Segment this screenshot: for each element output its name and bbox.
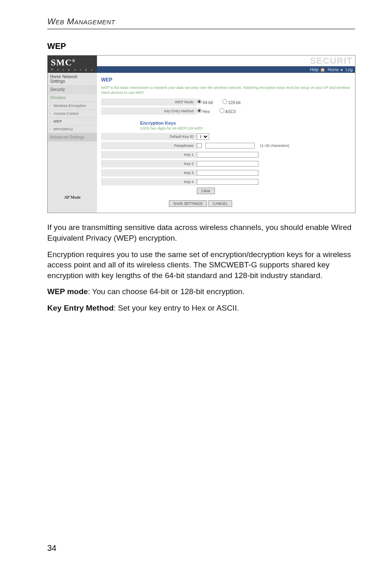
sidebar-advanced[interactable]: Advanced Settings [48,133,97,142]
smc-logo: SMC® N e t w o r k s [48,56,97,73]
save-settings-button[interactable]: SAVE SETTINGS [169,200,207,207]
passphrase-hint: (1~32 characters) [260,144,289,148]
cancel-button[interactable]: CANCEL [208,200,233,207]
log-link[interactable]: ● Log [340,67,353,72]
passphrase-input[interactable] [205,143,255,149]
page-number: 34 [47,543,56,553]
running-head: Web Management [47,16,355,26]
panel-title: WEP [101,77,351,83]
encryption-keys-heading: Encryption Keys [140,121,351,125]
key4-input[interactable] [197,179,258,185]
key1-input[interactable] [197,152,258,158]
kem-hex[interactable]: Hex [197,108,210,114]
body-p2: Encryption requires you to use the same … [47,249,355,281]
key-entry-method-label: Key Entry Method [101,107,197,115]
sidebar-ap-mode: AP Mode [48,191,97,204]
key3-label: Key 3 [101,169,197,176]
passphrase-label: Passphrase [101,142,197,149]
sidebar-wpa[interactable]: WPA/WPA2 [48,125,97,133]
router-ui-screenshot: SMC® N e t w o r k s SECURIT Help 🏠 Home… [47,55,355,213]
security-watermark: SECURIT [310,56,353,66]
wep-mode-128[interactable]: 128-bit [222,99,241,105]
sidebar-wep[interactable]: WEP [48,118,97,125]
sidebar-access-control[interactable]: Access Control [48,110,97,118]
sidebar: Home NetworkSettings Security Wireless W… [48,73,97,213]
default-key-id-label: Default Key ID [101,133,197,140]
encryption-keys-sub: 10/26 hex digits for 64-WEP/128-WEP [140,126,351,130]
top-stripe: Help 🏠 Home ● Log [97,66,355,73]
help-link[interactable]: Help [310,67,318,72]
clear-button[interactable]: Clear [197,188,215,194]
passphrase-check[interactable] [197,143,202,148]
sidebar-home-network[interactable]: Home NetworkSettings [48,73,97,86]
key3-input[interactable] [197,170,258,176]
key4-label: Key 4 [101,178,197,186]
default-key-id-select[interactable]: 1 [197,133,209,140]
key2-input[interactable] [197,161,258,167]
body-p4: Key Entry Method: Set your key entry to … [47,303,355,313]
sidebar-wireless-encryption[interactable]: Wireless Encryption [48,102,97,110]
body-p1: If you are transmitting sensitive data a… [47,222,355,243]
sidebar-wireless[interactable]: Wireless [48,94,97,102]
panel-description: WEP is the basic mechanism to transmit y… [101,85,351,95]
main-panel: WEP WEP is the basic mechanism to transm… [97,73,355,213]
key2-label: Key 2 [101,160,197,167]
key1-label: Key 1 [101,151,197,158]
home-link[interactable]: 🏠 Home [320,67,339,72]
sidebar-security[interactable]: Security [48,86,97,94]
body-p3: WEP mode: You can choose 64-bit or 128-b… [47,286,355,297]
kem-ascii[interactable]: ASCII [219,108,236,114]
head-rule [47,29,355,29]
wep-mode-label: WEP Mode [101,98,197,106]
wep-mode-64[interactable]: 64-bit [197,99,213,105]
wep-heading: WEP [47,42,355,51]
